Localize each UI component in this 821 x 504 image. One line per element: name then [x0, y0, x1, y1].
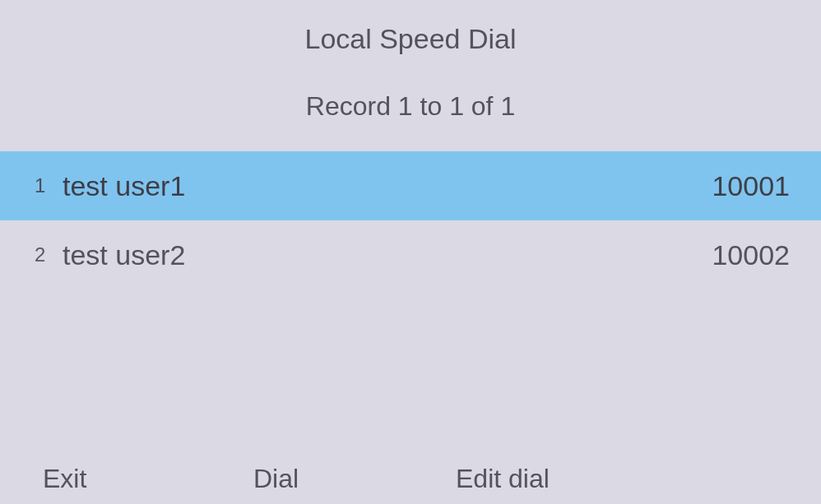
- entry-index: 2: [35, 243, 58, 266]
- entry-index: 1: [35, 174, 58, 197]
- list-item[interactable]: 1 test user1 10001: [0, 151, 821, 220]
- entry-number: 10002: [712, 239, 796, 271]
- softkey-bar: Exit Dial Edit dial: [0, 464, 821, 504]
- page-title: Local Speed Dial: [0, 0, 821, 55]
- entry-name: test user1: [58, 170, 712, 202]
- speed-dial-list: 1 test user1 10001 2 test user2 10002: [0, 151, 821, 289]
- entry-name: test user2: [58, 239, 712, 271]
- entry-number: 10001: [712, 170, 796, 202]
- softkey-4[interactable]: [638, 464, 821, 494]
- edit-dial-button[interactable]: Edit dial: [436, 464, 638, 494]
- dial-button[interactable]: Dial: [225, 464, 436, 494]
- list-item[interactable]: 2 test user2 10002: [0, 220, 821, 289]
- record-counter: Record 1 to 1 of 1: [0, 55, 821, 122]
- exit-button[interactable]: Exit: [0, 464, 225, 494]
